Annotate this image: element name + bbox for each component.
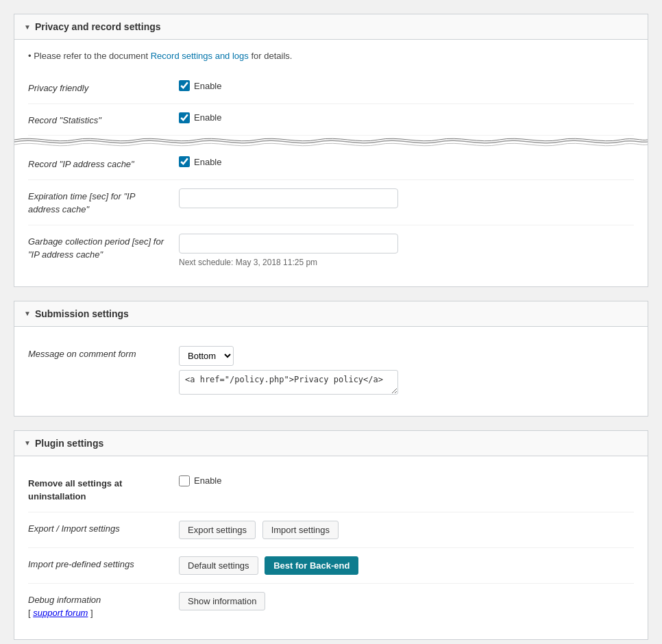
remove-settings-control: Enable: [179, 475, 634, 486]
garbage-schedule: Next schedule: May 3, 2018 11:25 pm: [179, 258, 634, 267]
privacy-friendly-checkbox[interactable]: [179, 80, 190, 91]
garbage-label: Garbage collection period [sec] for "IP …: [28, 234, 179, 262]
record-statistics-control: Enable: [179, 112, 634, 123]
import-settings-button[interactable]: Import settings: [262, 521, 339, 539]
debug-info-label: Debug information: [28, 595, 101, 605]
record-statistics-checkbox[interactable]: [179, 112, 190, 123]
record-ip-label: Record "IP address cache": [28, 156, 179, 171]
privacy-friendly-row: Privacy friendly Enable: [28, 72, 634, 104]
best-backend-button[interactable]: Best for Back-end: [265, 556, 358, 575]
plugin-section: ▼ Plugin settings Remove all settings at…: [14, 430, 648, 640]
record-ip-row: Record "IP address cache" Enable: [28, 148, 634, 180]
plugin-section-header: ▼ Plugin settings: [14, 431, 648, 456]
message-form-label: Message on comment form: [28, 346, 179, 361]
remove-settings-checkbox[interactable]: [179, 475, 190, 486]
privacy-section-title: Privacy and record settings: [35, 21, 161, 32]
garbage-input[interactable]: 900: [179, 234, 398, 253]
privacy-section: ▼ Privacy and record settings • Please r…: [14, 14, 648, 287]
record-statistics-checkbox-wrap: Enable: [179, 112, 634, 123]
record-ip-checkbox[interactable]: [179, 156, 190, 167]
expiration-control: 3600: [179, 188, 634, 208]
submission-section-body: Message on comment form Top Bottom <a hr…: [14, 327, 648, 416]
debug-control: Show information: [179, 592, 634, 610]
record-statistics-label: Record "Statistics": [28, 112, 179, 127]
privacy-friendly-enable-label: Enable: [194, 81, 221, 91]
import-predefined-control: Default settings Best for Back-end: [179, 556, 634, 575]
garbage-row: Garbage collection period [sec] for "IP …: [28, 225, 634, 275]
settings-page: ▼ Privacy and record settings • Please r…: [14, 14, 648, 640]
import-predefined-label: Import pre-defined settings: [28, 556, 179, 571]
show-information-button[interactable]: Show information: [179, 592, 265, 610]
record-ip-enable-label: Enable: [194, 157, 221, 167]
plugin-arrow-icon: ▼: [24, 439, 31, 447]
support-forum-link[interactable]: support forum: [33, 608, 88, 618]
privacy-section-header: ▼ Privacy and record settings: [14, 14, 648, 40]
wavy-divider: [14, 136, 648, 148]
record-settings-link[interactable]: Record settings and logs: [151, 51, 249, 61]
debug-brackets-close: ]: [88, 608, 93, 618]
position-select-row: Top Bottom: [179, 346, 634, 366]
privacy-section-body: • Please refer to the document Record se…: [14, 40, 648, 286]
record-statistics-enable-label: Enable: [194, 112, 221, 123]
remove-settings-checkbox-wrap: Enable: [179, 475, 634, 486]
expiration-label: Expiration time [sec] for "IP address ca…: [28, 188, 179, 216]
privacy-friendly-control: Enable: [179, 80, 634, 91]
export-settings-button[interactable]: Export settings: [179, 521, 256, 539]
debug-row: Debug information [ support forum ] Show…: [28, 584, 634, 628]
record-statistics-row: Record "Statistics" Enable: [28, 104, 634, 136]
submission-section-title: Submission settings: [35, 308, 129, 319]
code-textarea[interactable]: <a href="/policy.php">Privacy policy</a>: [179, 370, 398, 395]
privacy-friendly-checkbox-wrap: Enable: [179, 80, 634, 91]
submission-section-header: ▼ Submission settings: [14, 301, 648, 327]
plugin-section-body: Remove all settings at uninstallation En…: [14, 456, 648, 639]
privacy-friendly-label: Privacy friendly: [28, 80, 179, 95]
position-select[interactable]: Top Bottom: [179, 346, 234, 366]
remove-settings-enable-label: Enable: [194, 475, 221, 486]
expiration-row: Expiration time [sec] for "IP address ca…: [28, 180, 634, 225]
message-form-control: Top Bottom <a href="/policy.php">Privacy…: [179, 346, 634, 397]
record-ip-checkbox-wrap: Enable: [179, 156, 634, 167]
submission-arrow-icon: ▼: [24, 310, 31, 317]
garbage-control: 900 Next schedule: May 3, 2018 11:25 pm: [179, 234, 634, 267]
expiration-input[interactable]: 3600: [179, 188, 398, 208]
message-form-row: Message on comment form Top Bottom <a hr…: [28, 338, 634, 405]
export-import-control: Export settings Import settings: [179, 521, 634, 539]
import-predefined-row: Import pre-defined settings Default sett…: [28, 548, 634, 584]
default-settings-button[interactable]: Default settings: [179, 556, 258, 575]
arrow-icon: ▼: [24, 23, 31, 31]
remove-settings-row: Remove all settings at uninstallation En…: [28, 467, 634, 512]
record-ip-control: Enable: [179, 156, 634, 167]
plugin-section-title: Plugin settings: [35, 438, 103, 449]
export-import-row: Export / Import settings Export settings…: [28, 512, 634, 548]
export-import-label: Export / Import settings: [28, 521, 179, 536]
debug-label-container: Debug information [ support forum ]: [28, 592, 179, 620]
remove-settings-label: Remove all settings at uninstallation: [28, 475, 179, 504]
record-notice: • Please refer to the document Record se…: [28, 51, 634, 61]
submission-section: ▼ Submission settings Message on comment…: [14, 301, 648, 417]
